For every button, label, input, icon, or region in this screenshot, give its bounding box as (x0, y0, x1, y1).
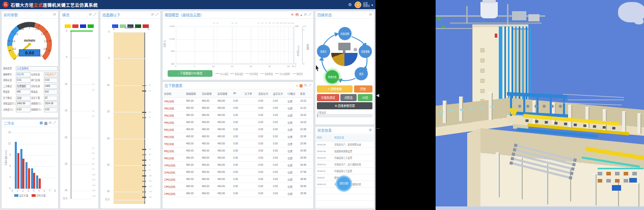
status-row: 19:54:26加载铸机参数设置 (316, 148, 373, 155)
table-row[interactable]: 10#拉矫机460.00460.00460.000.000.000.00位置26… (163, 161, 313, 168)
table-row[interactable]: 8#拉矫机460.00460.00460.000.000.000.00位置24.… (163, 147, 313, 154)
gear-icon[interactable]: ⚙ (369, 128, 372, 132)
refresh-icon[interactable]: ⟳ (49, 121, 52, 125)
roller-tick (142, 112, 146, 113)
legend-item[interactable]: 液相厚度 (260, 72, 273, 75)
expand-icon[interactable]: ⤢ (308, 13, 311, 17)
list-icon[interactable]: ≡ (296, 84, 298, 87)
plant-3d-viewport[interactable] (436, 0, 644, 210)
table-row[interactable]: 3#拉矫机460.00460.00460.000.000.000.00位置15.… (163, 111, 313, 118)
param-value: 1485 (44, 84, 58, 89)
depth-tick: 5 (101, 57, 110, 59)
roller-top-label: 2# (214, 22, 221, 24)
expand-icon[interactable]: ⤢ (93, 13, 96, 17)
table-row[interactable]: 12#拉矫机460.00460.00460.000.000.000.00位置28… (163, 175, 313, 183)
roller-tick (142, 117, 146, 118)
swatch[interactable] (72, 24, 78, 28)
table-row[interactable]: 2#拉矫机460.00460.00460.000.000.000.00位置11.… (163, 104, 313, 111)
expand-icon[interactable]: ⤢ (308, 83, 311, 87)
param-value: 610 (44, 89, 58, 95)
y-tick-right2: 1 (303, 28, 304, 31)
refresh-icon[interactable]: ⟳ (89, 13, 92, 17)
chevron-down-icon[interactable]: ▾ (371, 3, 373, 7)
panel-title: 二冷水 (4, 121, 14, 126)
roller-tick (142, 175, 146, 176)
table-row[interactable]: 4#拉矫机460.00460.00460.000.000.000.00位置16.… (163, 118, 313, 126)
x-tick: 0 (173, 65, 179, 68)
table-row[interactable]: 11#拉矫机460.00460.00460.000.000.000.00位置27… (163, 168, 313, 175)
bar-chart-icon[interactable]: ▆ (300, 83, 302, 87)
table-row[interactable]: 5#拉矫机460.00460.00460.000.000.000.00位置21.… (163, 126, 313, 133)
roller-label: 10# (149, 174, 152, 177)
simulation-timer: 00:00 (336, 175, 352, 192)
refresh-icon[interactable]: ⟳ (151, 13, 154, 17)
cycle-node-bottom-left[interactable]: 多维仿真 (326, 70, 339, 83)
对照表-button[interactable]: 对照表 (340, 94, 357, 101)
bar (20, 149, 22, 189)
status-row: 19:54:11开始连铸工艺设置 (316, 168, 373, 174)
axis-end-label: 0.00 (113, 26, 115, 30)
expand-icon[interactable]: ⤢ (53, 121, 56, 125)
四维参数管理-button[interactable]: ⚙ 四维参数管理 (317, 102, 372, 109)
x-tick: 3 (26, 190, 31, 192)
folder-icon[interactable]: ▤ (296, 13, 299, 17)
roller-tick (142, 149, 146, 150)
collapse-arrow[interactable]: ◀ (376, 93, 379, 98)
15倍-button[interactable]: 15倍 (358, 94, 372, 101)
depth-tick: 5 (61, 56, 67, 58)
depth-tick: 25 (61, 163, 67, 165)
param-label: 压下模式 (3, 96, 15, 101)
legend-item[interactable]: 糊状区 (292, 72, 303, 75)
swatch[interactable] (88, 24, 94, 28)
gauge-tick-label: 1.2 (34, 28, 41, 31)
cycle-node-left[interactable]: 投影片 (317, 45, 330, 58)
bar (28, 168, 30, 189)
roller-label: 12# (92, 184, 96, 187)
roller-label: 14# (149, 196, 152, 198)
avatar[interactable]: ☺ (355, 2, 361, 8)
refresh-icon[interactable]: ⟳ (369, 13, 372, 17)
legend-item[interactable]: 坯壳厚度 (246, 72, 258, 75)
swatch[interactable] (65, 24, 71, 28)
roller-label: 13# (149, 190, 152, 193)
bar-chart-icon[interactable]: ▆ (44, 121, 47, 125)
donut-icon[interactable]: ◕ (300, 13, 302, 17)
x-tick: 31.5 (291, 65, 297, 68)
param-label: 二冷模式 (3, 84, 15, 89)
x-tick: 1 (16, 190, 20, 192)
空载热调试-button[interactable]: 空载热调试 (317, 94, 339, 101)
cycle-node-right[interactable]: 浇铸参数 (359, 45, 372, 58)
roller-label: 11# (149, 179, 152, 182)
table-row[interactable]: 7#拉矫机460.00460.00460.000.000.000.00位置23.… (163, 140, 313, 147)
refresh-icon[interactable]: ⟳ (304, 83, 307, 87)
panel-solidification-model: 凝固模型（曲线及云图） ≋ ▤ ◕ ⟳ ⤢ 1#2#3#4#5#6#7#8#9#… (162, 11, 314, 80)
line-chart-icon[interactable]: ≋ (291, 13, 294, 17)
table-icon[interactable]: ▦ (40, 121, 43, 125)
param-value: 20 (44, 96, 58, 101)
legend-item[interactable]: 中心固相率 (275, 72, 290, 75)
x-tick: 8 (53, 190, 57, 192)
refresh-icon[interactable]: ⟳ (53, 13, 56, 17)
调整参数-button[interactable]: ✎ 调整参数 (317, 85, 353, 93)
table-row[interactable]: 6#拉矫机460.00460.00460.000.000.000.00位置22.… (163, 133, 313, 140)
table-row[interactable]: 14#拉矫机460.00460.00460.000.000.000.00位置30… (163, 190, 313, 197)
param-label: 断面宽 (3, 89, 15, 95)
legend-item[interactable]: 设定水量 (14, 194, 29, 197)
table-row[interactable]: 1#拉矫机460.00460.00460.000.000.000.00位置10.… (163, 97, 313, 104)
table-row[interactable]: 13#拉矫机460.00460.00460.000.000.000.00位置29… (163, 183, 313, 190)
roller-label: 13# (92, 189, 96, 192)
开始-button[interactable]: 开始 (354, 85, 372, 93)
legend-item[interactable]: 实际水量 (32, 194, 46, 197)
legend-item[interactable]: 表面温度 (230, 72, 243, 75)
gauge-tick-label: 0.8 (18, 28, 25, 31)
cycle-node-top[interactable]: 标准流程 (338, 27, 352, 40)
cycle-diagram: 标准流程浇铸参数清洗多维仿真投影片 (316, 19, 373, 85)
notification-icon[interactable]: ⚙ (348, 3, 352, 7)
cycle-node-bottom-right[interactable]: 清洗 (355, 67, 368, 80)
swatch[interactable] (80, 24, 86, 28)
legend-item[interactable]: 中心温度 (216, 72, 228, 75)
expand-icon[interactable]: ⤢ (155, 13, 158, 17)
table-row[interactable]: 9#拉矫机460.00460.00460.000.000.000.00位置25.… (163, 154, 313, 161)
csv-download-button[interactable]: ↓ 下载数据CSV格式 (168, 70, 212, 77)
refresh-icon[interactable]: ⟳ (304, 13, 307, 17)
